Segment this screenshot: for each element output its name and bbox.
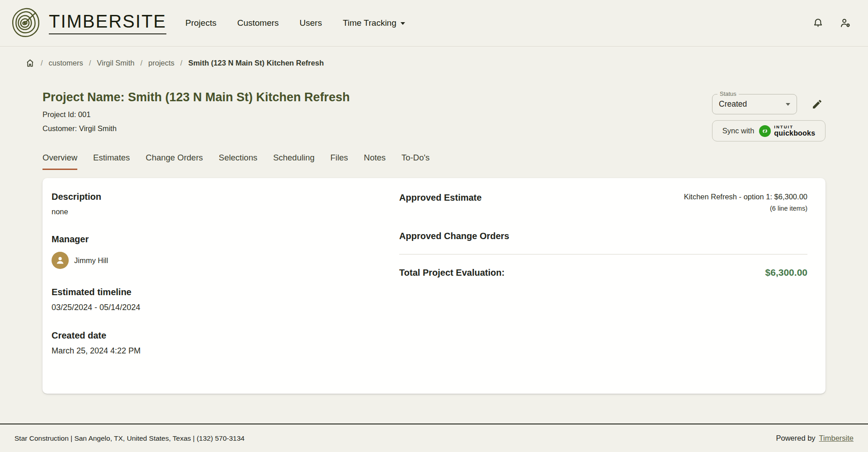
timeline-section: Estimated timeline 03/25/2024 - 05/14/20…: [52, 287, 399, 312]
approved-estimate-section: Approved Estimate Kitchen Refresh - opti…: [399, 193, 807, 212]
tab-notes[interactable]: Notes: [364, 153, 386, 170]
tab-selections[interactable]: Selections: [219, 153, 257, 170]
total-evaluation-value: $6,300.00: [765, 267, 807, 278]
breadcrumb: / customers / Virgil Smith / projects / …: [0, 47, 868, 68]
tab-files[interactable]: Files: [330, 153, 348, 170]
created-date-section: Created date March 25, 2024 4:22 PM: [52, 330, 399, 356]
project-tabs: Overview Estimates Change Orders Selecti…: [42, 153, 826, 170]
description-heading: Description: [52, 192, 399, 202]
page-title: Project Name: Smith (123 N Main St) Kitc…: [42, 90, 826, 104]
approved-estimate-line-items: (6 line items): [684, 205, 807, 212]
description-value: none: [52, 207, 399, 216]
created-date-value: March 25, 2024 4:22 PM: [52, 346, 399, 356]
timeline-value: 03/25/2024 - 05/14/2024: [52, 303, 399, 312]
notification-bell-icon[interactable]: [811, 16, 825, 30]
powered-by-label: Powered by: [776, 434, 815, 443]
main-content: Project Name: Smith (123 N Main St) Kitc…: [0, 90, 868, 394]
home-icon[interactable]: [25, 58, 35, 68]
chevron-down-icon: [401, 22, 405, 25]
nav-item-users[interactable]: Users: [300, 18, 322, 28]
tab-todos[interactable]: To-Do's: [401, 153, 429, 170]
total-evaluation-section: Total Project Evaluation: $6,300.00: [399, 267, 807, 278]
quickbooks-logo-icon: INTUIT quickbooks: [759, 125, 815, 137]
overview-card: Description none Manager Jimmy Hill Esti: [42, 178, 826, 394]
breadcrumb-customers[interactable]: customers: [49, 59, 83, 67]
app-header: TIMBERSITE Projects Customers Users Time…: [0, 0, 868, 47]
approved-change-orders-heading: Approved Change Orders: [399, 231, 807, 241]
manager-avatar: [52, 252, 69, 269]
status-select[interactable]: Status Created: [712, 94, 797, 114]
approved-estimate-value: Kitchen Refresh - option 1: $6,300.00: [684, 193, 807, 201]
timeline-heading: Estimated timeline: [52, 287, 399, 297]
approved-estimate-heading: Approved Estimate: [399, 193, 481, 203]
tree-rings-logo-icon: [9, 6, 42, 40]
tab-scheduling[interactable]: Scheduling: [273, 153, 315, 170]
tab-estimates[interactable]: Estimates: [93, 153, 130, 170]
breadcrumb-virgil-smith[interactable]: Virgil Smith: [97, 59, 134, 67]
timbersite-link[interactable]: Timbersite: [819, 434, 854, 443]
nav-item-time-tracking[interactable]: Time Tracking: [343, 18, 405, 28]
manager-section: Manager Jimmy Hill: [52, 234, 399, 269]
nav-item-customers[interactable]: Customers: [237, 18, 279, 28]
divider: [399, 254, 807, 254]
status-value: Created: [719, 99, 786, 109]
nav-item-projects[interactable]: Projects: [185, 18, 217, 28]
manager-heading: Manager: [52, 234, 399, 245]
status-label: Status: [717, 90, 739, 97]
user-settings-icon[interactable]: [839, 16, 853, 30]
company-info: Star Construction | San Angelo, TX, Unit…: [14, 434, 245, 443]
header-actions: [811, 16, 853, 30]
tab-overview[interactable]: Overview: [42, 153, 77, 170]
edit-project-button[interactable]: [811, 99, 823, 110]
project-id: Project Id: 001: [42, 110, 826, 119]
tab-change-orders[interactable]: Change Orders: [146, 153, 203, 170]
created-date-heading: Created date: [52, 330, 399, 341]
project-customer: Customer: Virgil Smith: [42, 124, 826, 133]
app-footer: Star Construction | San Angelo, TX, Unit…: [0, 424, 868, 452]
chevron-down-icon: [786, 103, 790, 106]
brand-name: TIMBERSITE: [49, 12, 166, 34]
sync-quickbooks-button[interactable]: Sync with INTUIT quickbooks: [712, 120, 826, 141]
manager-name: Jimmy Hill: [74, 256, 108, 265]
breadcrumb-current: Smith (123 N Main St) Kitchen Refresh: [188, 59, 324, 67]
description-section: Description none: [52, 192, 399, 216]
main-nav: Projects Customers Users Time Tracking: [185, 18, 405, 28]
breadcrumb-projects[interactable]: projects: [148, 59, 175, 67]
brand-logo[interactable]: TIMBERSITE: [9, 6, 166, 40]
total-evaluation-heading: Total Project Evaluation:: [399, 268, 505, 278]
